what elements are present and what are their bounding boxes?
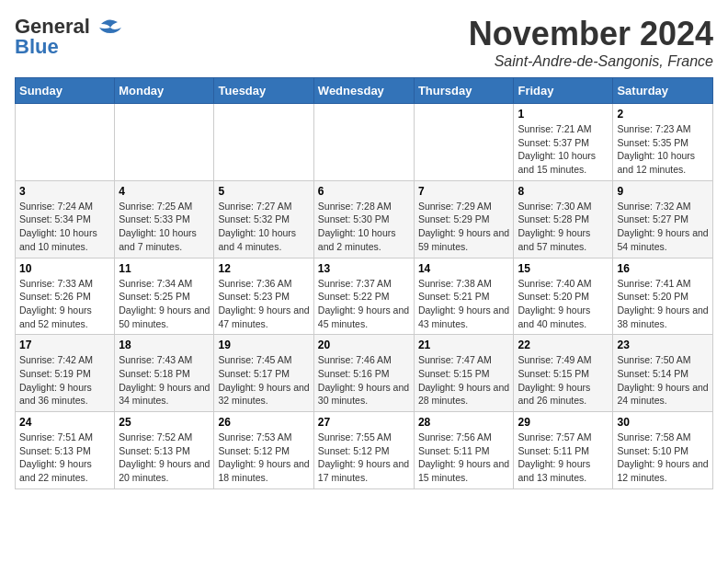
day-number: 30 [617,416,709,429]
table-row: 20Sunrise: 7:46 AMSunset: 5:16 PMDayligh… [313,335,414,412]
table-row: 4Sunrise: 7:25 AMSunset: 5:33 PMDaylight… [115,180,214,258]
table-row [313,104,414,181]
table-row: 30Sunrise: 7:58 AMSunset: 5:10 PMDayligh… [613,412,713,489]
day-number: 28 [418,416,510,429]
day-info: Sunrise: 7:32 AMSunset: 5:27 PMDaylight:… [617,200,709,254]
header-thursday: Thursday [414,78,514,104]
day-info: Sunrise: 7:46 AMSunset: 5:16 PMDaylight:… [318,353,410,408]
day-number: 12 [218,262,309,275]
day-number: 23 [617,339,709,351]
calendar-week-row: 17Sunrise: 7:42 AMSunset: 5:19 PMDayligh… [16,335,713,412]
day-info: Sunrise: 7:52 AMSunset: 5:13 PMDaylight:… [119,431,210,485]
day-info: Sunrise: 7:30 AMSunset: 5:28 PMDaylight:… [518,200,609,254]
calendar-week-row: 1Sunrise: 7:21 AMSunset: 5:37 PMDaylight… [16,104,713,181]
day-number: 21 [418,339,510,351]
table-row: 1Sunrise: 7:21 AMSunset: 5:37 PMDaylight… [514,104,613,181]
table-row: 13Sunrise: 7:37 AMSunset: 5:22 PMDayligh… [313,258,414,335]
calendar-week-row: 24Sunrise: 7:51 AMSunset: 5:13 PMDayligh… [16,412,713,489]
day-number: 4 [119,185,210,198]
day-info: Sunrise: 7:42 AMSunset: 5:19 PMDaylight:… [19,353,110,408]
day-info: Sunrise: 7:33 AMSunset: 5:26 PMDaylight:… [19,277,110,331]
day-info: Sunrise: 7:24 AMSunset: 5:34 PMDaylight:… [19,200,110,254]
day-info: Sunrise: 7:50 AMSunset: 5:14 PMDaylight:… [617,353,709,408]
day-number: 6 [318,185,410,198]
day-number: 7 [418,185,510,198]
header-sunday: Sunday [16,78,115,104]
day-number: 1 [518,108,609,121]
day-number: 24 [19,416,110,429]
day-info: Sunrise: 7:27 AMSunset: 5:32 PMDaylight:… [218,200,309,254]
table-row: 16Sunrise: 7:41 AMSunset: 5:20 PMDayligh… [613,258,713,335]
day-info: Sunrise: 7:38 AMSunset: 5:21 PMDaylight:… [418,277,510,331]
day-info: Sunrise: 7:55 AMSunset: 5:12 PMDaylight:… [318,431,410,485]
day-number: 29 [518,416,609,429]
day-info: Sunrise: 7:58 AMSunset: 5:10 PMDaylight:… [617,431,709,485]
table-row: 29Sunrise: 7:57 AMSunset: 5:11 PMDayligh… [514,412,613,489]
day-info: Sunrise: 7:51 AMSunset: 5:13 PMDaylight:… [19,431,110,485]
header-friday: Friday [514,78,613,104]
table-row: 18Sunrise: 7:43 AMSunset: 5:18 PMDayligh… [115,335,214,412]
day-number: 22 [518,339,609,351]
calendar-title-block: November 2024 Saint-Andre-de-Sangonis, F… [469,15,713,70]
page-header: General Blue November 2024 Saint-Andre-d… [15,15,713,70]
day-number: 5 [218,185,309,198]
day-number: 10 [19,262,110,275]
day-number: 19 [218,339,309,351]
table-row: 5Sunrise: 7:27 AMSunset: 5:32 PMDaylight… [214,180,313,258]
day-number: 9 [617,185,709,198]
logo-bird-icon [92,17,127,37]
table-row: 14Sunrise: 7:38 AMSunset: 5:21 PMDayligh… [414,258,514,335]
day-number: 15 [518,262,609,275]
day-info: Sunrise: 7:21 AMSunset: 5:37 PMDaylight:… [518,122,609,177]
day-number: 18 [119,339,210,351]
day-number: 13 [318,262,410,275]
day-info: Sunrise: 7:28 AMSunset: 5:30 PMDaylight:… [318,200,410,254]
logo: General Blue [15,15,127,59]
header-wednesday: Wednesday [313,78,414,104]
header-monday: Monday [115,78,214,104]
header-tuesday: Tuesday [214,78,313,104]
table-row: 12Sunrise: 7:36 AMSunset: 5:23 PMDayligh… [214,258,313,335]
table-row: 25Sunrise: 7:52 AMSunset: 5:13 PMDayligh… [115,412,214,489]
day-info: Sunrise: 7:47 AMSunset: 5:15 PMDaylight:… [418,353,510,408]
day-info: Sunrise: 7:40 AMSunset: 5:20 PMDaylight:… [518,277,609,331]
table-row [16,104,115,181]
day-number: 3 [19,185,110,198]
day-number: 20 [318,339,410,351]
table-row: 23Sunrise: 7:50 AMSunset: 5:14 PMDayligh… [613,335,713,412]
day-number: 25 [119,416,210,429]
table-row: 10Sunrise: 7:33 AMSunset: 5:26 PMDayligh… [16,258,115,335]
day-info: Sunrise: 7:45 AMSunset: 5:17 PMDaylight:… [218,353,309,408]
table-row: 9Sunrise: 7:32 AMSunset: 5:27 PMDaylight… [613,180,713,258]
location-title: Saint-Andre-de-Sangonis, France [469,53,713,70]
day-info: Sunrise: 7:37 AMSunset: 5:22 PMDaylight:… [318,277,410,331]
day-number: 27 [318,416,410,429]
day-number: 14 [418,262,510,275]
day-number: 26 [218,416,309,429]
header-saturday: Saturday [613,78,713,104]
day-info: Sunrise: 7:41 AMSunset: 5:20 PMDaylight:… [617,277,709,331]
calendar-week-row: 10Sunrise: 7:33 AMSunset: 5:26 PMDayligh… [16,258,713,335]
table-row: 3Sunrise: 7:24 AMSunset: 5:34 PMDaylight… [16,180,115,258]
table-row [414,104,514,181]
table-row: 2Sunrise: 7:23 AMSunset: 5:35 PMDaylight… [613,104,713,181]
table-row [214,104,313,181]
table-row: 21Sunrise: 7:47 AMSunset: 5:15 PMDayligh… [414,335,514,412]
table-row: 15Sunrise: 7:40 AMSunset: 5:20 PMDayligh… [514,258,613,335]
table-row: 6Sunrise: 7:28 AMSunset: 5:30 PMDaylight… [313,180,414,258]
table-row [115,104,214,181]
table-row: 27Sunrise: 7:55 AMSunset: 5:12 PMDayligh… [313,412,414,489]
table-row: 22Sunrise: 7:49 AMSunset: 5:15 PMDayligh… [514,335,613,412]
day-number: 16 [617,262,709,275]
day-number: 11 [119,262,210,275]
month-title: November 2024 [469,15,713,53]
calendar-week-row: 3Sunrise: 7:24 AMSunset: 5:34 PMDaylight… [16,180,713,258]
day-info: Sunrise: 7:34 AMSunset: 5:25 PMDaylight:… [119,277,210,331]
table-row: 19Sunrise: 7:45 AMSunset: 5:17 PMDayligh… [214,335,313,412]
table-row: 28Sunrise: 7:56 AMSunset: 5:11 PMDayligh… [414,412,514,489]
day-number: 2 [617,108,709,121]
day-info: Sunrise: 7:53 AMSunset: 5:12 PMDaylight:… [218,431,309,485]
calendar-table: Sunday Monday Tuesday Wednesday Thursday… [15,77,713,489]
day-info: Sunrise: 7:43 AMSunset: 5:18 PMDaylight:… [119,353,210,408]
table-row: 11Sunrise: 7:34 AMSunset: 5:25 PMDayligh… [115,258,214,335]
